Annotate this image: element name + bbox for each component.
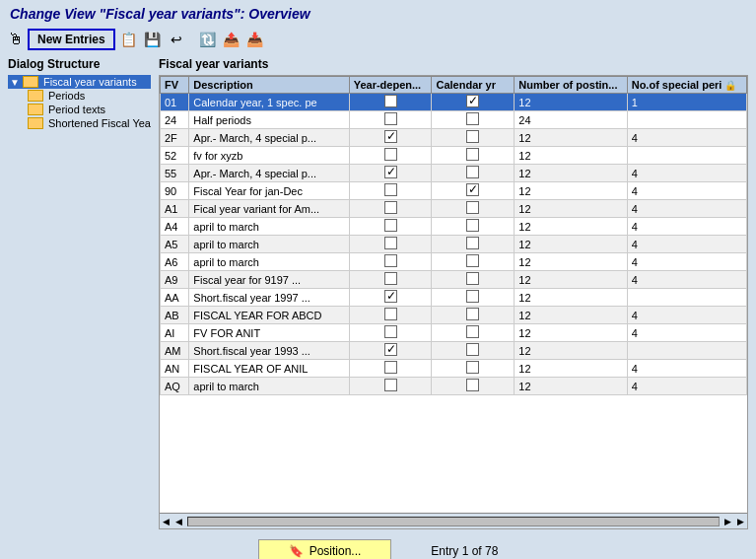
scroll-track[interactable] [187, 517, 720, 526]
cell-year-dep[interactable] [349, 165, 432, 182]
cell-year-dep[interactable] [349, 342, 432, 360]
checkbox[interactable] [466, 148, 479, 161]
table-row[interactable]: A4april to march124 [160, 218, 746, 236]
checkbox[interactable] [384, 95, 397, 107]
table-row[interactable]: ANFISCAL YEAR OF ANIL124 [160, 360, 746, 378]
new-entries-button[interactable]: New Entries [28, 29, 115, 50]
scroll-right-icon[interactable]: ▶ [722, 517, 734, 526]
cell-year-dep[interactable] [349, 182, 432, 200]
cell-year-dep[interactable] [349, 360, 432, 378]
horizontal-scroll[interactable]: ◀ ◀ ▶ ▶ [160, 513, 747, 528]
checkbox[interactable] [466, 343, 479, 356]
cell-calendar-yr[interactable] [432, 289, 515, 307]
checkbox[interactable] [384, 254, 397, 267]
checkbox[interactable] [384, 148, 397, 161]
position-button[interactable]: 🔖 Position... [258, 539, 392, 559]
table-row[interactable]: ABFISCAL YEAR FOR ABCD124 [160, 307, 746, 324]
cell-year-dep[interactable] [349, 111, 432, 129]
checkbox[interactable] [466, 290, 479, 303]
cell-calendar-yr[interactable] [432, 165, 515, 182]
checkbox[interactable] [466, 166, 479, 178]
cell-year-dep[interactable] [349, 253, 432, 271]
table-row[interactable]: 2FApr.- March, 4 special p...124 [160, 129, 746, 147]
sidebar-item-periods[interactable]: Periods [8, 89, 151, 103]
cell-calendar-yr[interactable] [432, 94, 515, 111]
cell-year-dep[interactable] [349, 147, 432, 165]
cell-calendar-yr[interactable] [432, 200, 515, 218]
table-container[interactable]: FV Description Year-depen... Calendar yr… [160, 76, 747, 513]
save-icon[interactable]: 💾 [143, 30, 163, 49]
checkbox[interactable] [466, 130, 479, 143]
cell-calendar-yr[interactable] [432, 271, 515, 289]
checkbox[interactable] [384, 112, 397, 125]
checkbox[interactable] [384, 166, 397, 178]
cell-calendar-yr[interactable] [432, 307, 515, 324]
checkbox[interactable] [384, 343, 397, 356]
table-row[interactable]: AMShort.fiscal year 1993 ...12 [160, 342, 746, 360]
cell-calendar-yr[interactable] [432, 129, 515, 147]
checkbox[interactable] [384, 325, 397, 338]
checkbox[interactable] [466, 254, 479, 267]
checkbox[interactable] [384, 308, 397, 320]
checkbox[interactable] [466, 237, 479, 249]
checkbox[interactable] [384, 237, 397, 249]
cell-calendar-yr[interactable] [432, 253, 515, 271]
cell-year-dep[interactable] [349, 271, 432, 289]
cell-calendar-yr[interactable] [432, 342, 515, 360]
refresh-icon[interactable]: 🔃 [198, 30, 218, 49]
checkbox[interactable] [384, 361, 397, 374]
undo-icon[interactable]: ↩ [167, 30, 186, 49]
cell-year-dep[interactable] [349, 94, 432, 111]
table-row[interactable]: 52fv for xyzb12 [160, 147, 746, 165]
checkbox[interactable] [466, 112, 479, 125]
table-row[interactable]: AQapril to march124 [160, 378, 746, 395]
sidebar-item-period-texts[interactable]: Period texts [8, 103, 151, 116]
cell-year-dep[interactable] [349, 289, 432, 307]
table-row[interactable]: AIFV FOR ANIT124 [160, 324, 746, 342]
table-row[interactable]: AAShort.fiscal year 1997 ...12 [160, 289, 746, 307]
cell-calendar-yr[interactable] [432, 378, 515, 395]
checkbox[interactable] [384, 379, 397, 391]
cell-calendar-yr[interactable] [432, 147, 515, 165]
scroll-left2-icon[interactable]: ◀ [172, 517, 185, 526]
cell-calendar-yr[interactable] [432, 182, 515, 200]
cell-year-dep[interactable] [349, 307, 432, 324]
checkbox[interactable] [384, 201, 397, 214]
checkbox[interactable] [384, 130, 397, 143]
cell-year-dep[interactable] [349, 236, 432, 253]
table-row[interactable]: 55Apr.- March, 4 special p...124 [160, 165, 746, 182]
table-row[interactable]: 90Fiscal Year for jan-Dec124 [160, 182, 746, 200]
cell-calendar-yr[interactable] [432, 218, 515, 236]
cell-year-dep[interactable] [349, 129, 432, 147]
cell-calendar-yr[interactable] [432, 111, 515, 129]
copy-icon[interactable]: 📋 [119, 30, 139, 49]
cell-year-dep[interactable] [349, 200, 432, 218]
checkbox[interactable] [466, 183, 479, 196]
checkbox[interactable] [466, 379, 479, 391]
checkbox[interactable] [466, 95, 479, 107]
scroll-right2-icon[interactable]: ▶ [734, 517, 747, 526]
table-row[interactable]: A6april to march124 [160, 253, 746, 271]
sidebar-item-shortened[interactable]: Shortened Fiscal Yea [8, 116, 151, 130]
checkbox[interactable] [384, 290, 397, 303]
checkbox[interactable] [384, 219, 397, 232]
table-row[interactable]: A1Fical year variant for Am...124 [160, 200, 746, 218]
scroll-left-icon[interactable]: ◀ [160, 517, 172, 526]
table-row[interactable]: 01Calendar year, 1 spec. pe121 [160, 94, 746, 111]
cell-calendar-yr[interactable] [432, 236, 515, 253]
checkbox[interactable] [384, 183, 397, 196]
cell-calendar-yr[interactable] [432, 360, 515, 378]
checkbox[interactable] [466, 308, 479, 320]
table-row[interactable]: A9Fiscal year for 9197 ...124 [160, 271, 746, 289]
checkbox[interactable] [466, 201, 479, 214]
cell-year-dep[interactable] [349, 324, 432, 342]
table-row[interactable]: 24Half periods24 [160, 111, 746, 129]
checkbox[interactable] [466, 361, 479, 374]
checkbox[interactable] [466, 219, 479, 232]
checkbox[interactable] [384, 272, 397, 285]
checkbox[interactable] [466, 325, 479, 338]
checkbox[interactable] [466, 272, 479, 285]
table-row[interactable]: A5april to march124 [160, 236, 746, 253]
cell-year-dep[interactable] [349, 378, 432, 395]
cell-calendar-yr[interactable] [432, 324, 515, 342]
